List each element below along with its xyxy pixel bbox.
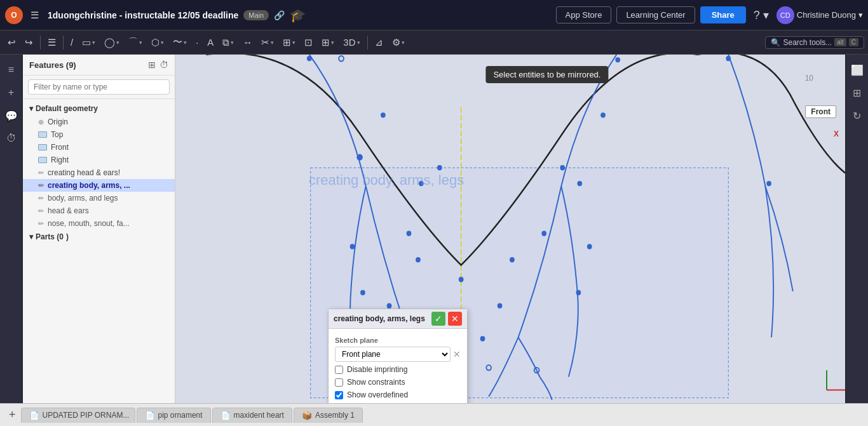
tab-icon-assembly: 📦 xyxy=(302,411,312,420)
help-button[interactable]: ? ▾ xyxy=(751,8,771,22)
toolbar-offset[interactable]: ⧉ ▾ xyxy=(219,35,238,50)
axis-x-label: X xyxy=(834,130,839,138)
toolbar-polygon[interactable]: ⬡ ▾ xyxy=(147,35,168,50)
sidebar-icon-clock[interactable]: ⏱ xyxy=(159,60,168,70)
sketch-cancel-button[interactable]: ✕ xyxy=(448,312,462,326)
svg-point-4 xyxy=(381,112,386,117)
search-tools[interactable]: 🔍 Search tools... alt C xyxy=(765,36,864,49)
right-panel-grid[interactable]: ⊞ xyxy=(847,83,867,103)
bottom-tabs: + 📄 UPDATED PIP ORNAM... 📄 pip ornament … xyxy=(0,403,868,426)
toolbar-undo[interactable]: ↩ xyxy=(4,35,20,50)
sketch-canvas-svg xyxy=(175,55,845,403)
strip-add[interactable]: + xyxy=(1,83,22,103)
graduation-icon[interactable]: 🎓 xyxy=(290,8,306,23)
toolbar-dimension[interactable]: ↔ xyxy=(239,35,256,50)
svg-point-29 xyxy=(339,56,344,61)
link-icon[interactable]: 🔗 xyxy=(274,10,285,20)
tab-label-pip: UPDATED PIP ORNAM... xyxy=(43,411,130,420)
svg-point-30 xyxy=(726,56,731,61)
toolbar-tools[interactable]: ⚙ ▾ xyxy=(388,35,409,50)
tab-icon-pip-orn: 📄 xyxy=(145,411,155,420)
sketch-icon: ✏ xyxy=(38,169,44,177)
tree-item-head-ears[interactable]: ✏ head & ears xyxy=(23,204,175,217)
app-store-button[interactable]: App Store xyxy=(556,6,612,23)
svg-point-5 xyxy=(419,181,424,186)
tree-item-nose-mouth[interactable]: ✏ nose, mouth, snout, fa... xyxy=(23,217,175,230)
parts-section[interactable]: ▾ Parts (0 ) xyxy=(23,230,175,244)
svg-point-14 xyxy=(480,336,485,341)
sketch-plane-label: Sketch plane xyxy=(329,334,467,345)
sketch-plane-row: Front plane Top plane Right plane ✕ xyxy=(329,345,467,363)
toolbar-trim[interactable]: ✂ ▾ xyxy=(257,35,278,50)
strip-history[interactable]: ⏱ xyxy=(1,128,22,149)
toolbar-constraints[interactable]: ⊿ xyxy=(371,35,387,50)
logo-area: O ☰ xyxy=(5,6,43,24)
tree-item-body-arms-sketch[interactable]: ✏ creating body, arms, ... xyxy=(23,179,175,192)
hamburger-menu[interactable]: ☰ xyxy=(27,8,43,23)
tree-item-front[interactable]: Front xyxy=(23,141,175,154)
sketch-icon: ✏ xyxy=(38,194,44,203)
svg-point-3 xyxy=(356,154,363,160)
sketch-footer: Final ? xyxy=(329,401,467,403)
toolbar-pattern[interactable]: ⊞ ▾ xyxy=(318,35,338,50)
svg-point-20 xyxy=(600,112,606,117)
toolbar-text[interactable]: A xyxy=(203,35,217,50)
main-area: ≡ + 💬 ⏱ Features (9) ⊞ ⏱ ▾ Default geome… xyxy=(0,55,868,403)
tree-item-origin[interactable]: ⊕ Origin xyxy=(23,116,175,128)
tree-item-right[interactable]: Right xyxy=(23,154,175,166)
disable-imprinting-label: Disable imprinting xyxy=(347,365,407,374)
plane-icon xyxy=(38,131,47,138)
toolbar-circle[interactable]: ◯ ▾ xyxy=(100,35,123,50)
toolbar-rectangle[interactable]: ▭ ▾ xyxy=(78,35,99,50)
right-panel-rotate[interactable]: ↻ xyxy=(847,105,867,126)
branch-badge[interactable]: Main xyxy=(243,10,269,20)
toolbar-mirror[interactable]: ⊡ xyxy=(301,35,316,50)
tree-item-body-arms-legs[interactable]: ✏ body, arms, and legs xyxy=(23,192,175,204)
filter-input[interactable] xyxy=(28,79,170,95)
tab-updated-pip[interactable]: 📄 UPDATED PIP ORNAM... xyxy=(21,408,135,423)
sidebar: Features (9) ⊞ ⏱ ▾ Default geometry ⊕ Or… xyxy=(23,55,175,403)
add-tab-button[interactable]: + xyxy=(5,407,20,423)
tree-item-head-ears-sketch[interactable]: ✏ creating head & ears! xyxy=(23,166,175,179)
toolbar-line[interactable]: / xyxy=(67,35,77,50)
canvas-area[interactable]: Select entities to be mirrored. 10 Front… xyxy=(175,55,845,403)
sketch-show-overdefined-row: Show overdefined xyxy=(329,389,467,401)
tab-assembly-1[interactable]: 📦 Assembly 1 xyxy=(294,408,363,423)
toolbar-transform[interactable]: ⊞ ▾ xyxy=(279,35,299,50)
sketch-plane-select[interactable]: Front plane Top plane Right plane xyxy=(335,347,451,362)
tab-pip-ornament[interactable]: 📄 pip ornament xyxy=(137,408,211,423)
toolbar-spline[interactable]: 〜 ▾ xyxy=(169,34,191,50)
svg-point-22 xyxy=(576,290,581,295)
sidebar-header: Features (9) ⊞ ⏱ xyxy=(23,55,175,76)
toolbar-redo[interactable]: ↪ xyxy=(21,35,37,50)
default-geometry-section[interactable]: ▾ Default geometry xyxy=(23,102,175,116)
user-menu[interactable]: CD Christine Duong ▾ xyxy=(776,6,863,24)
disable-imprinting-checkbox[interactable] xyxy=(335,366,343,374)
right-panel-cube[interactable]: ⬜ xyxy=(847,60,867,80)
sketch-plane-clear[interactable]: ✕ xyxy=(453,349,461,359)
svg-point-21 xyxy=(615,57,620,62)
search-label: Search tools... xyxy=(783,38,832,47)
tab-maxident-heart[interactable]: 📄 maxident heart xyxy=(212,408,292,423)
feature-tree: ▾ Default geometry ⊕ Origin Top Front Ri… xyxy=(23,99,175,403)
toolbar-sketch-list[interactable]: ☰ xyxy=(44,35,60,50)
sketch-show-constraints-row: Show constraints xyxy=(329,376,467,389)
svg-point-7 xyxy=(350,244,355,249)
user-name: Christine Duong xyxy=(797,10,856,20)
svg-point-2 xyxy=(307,56,312,61)
tree-item-top[interactable]: Top xyxy=(23,128,175,141)
sidebar-icon-list[interactable]: ⊞ xyxy=(148,60,156,70)
svg-point-13 xyxy=(459,277,464,282)
strip-comment[interactable]: 💬 xyxy=(1,105,22,126)
sketch-disable-imprinting-row: Disable imprinting xyxy=(329,363,467,376)
toolbar-arc[interactable]: ⌒ ▾ xyxy=(125,34,146,50)
strip-features[interactable]: ≡ xyxy=(1,60,22,80)
show-overdefined-checkbox[interactable] xyxy=(335,391,343,399)
toolbar-3d[interactable]: 3D ▾ xyxy=(339,35,363,50)
tab-label-heart: maxident heart xyxy=(234,411,284,420)
sketch-confirm-button[interactable]: ✓ xyxy=(431,312,445,326)
learning-center-button[interactable]: Learning Center xyxy=(616,6,695,23)
share-button[interactable]: Share xyxy=(700,6,746,23)
show-constraints-checkbox[interactable] xyxy=(335,378,343,387)
toolbar-point[interactable]: · xyxy=(192,35,202,50)
